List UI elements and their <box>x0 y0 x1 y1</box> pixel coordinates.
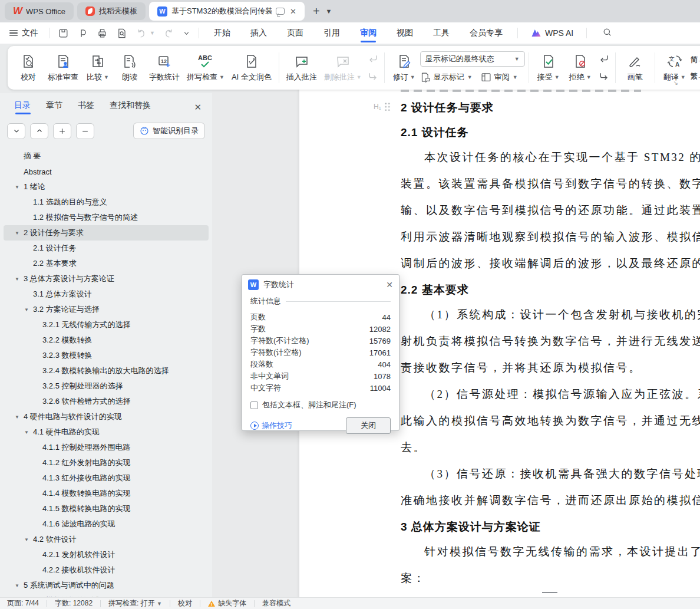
toc-item[interactable]: 3.1 总体方案设计 <box>4 287 209 302</box>
sidebar-tab[interactable]: 书签 <box>78 100 94 114</box>
search-button[interactable] <box>592 27 623 39</box>
insert-comment-button[interactable]: 插入批注 <box>283 49 321 87</box>
zoom-in-button[interactable] <box>53 123 71 139</box>
toc-item[interactable]: 4.1.2 红外发射电路的实现 <box>4 455 209 470</box>
delete-comment-button[interactable]: 删除批注▼ <box>321 49 365 87</box>
toc-item[interactable]: 4.2.1 发射机软件设计 <box>4 547 209 562</box>
wps-ai-button[interactable]: WPS AI <box>523 28 582 38</box>
read-aloud-button[interactable]: 朗读 <box>114 49 146 87</box>
accept-change-button[interactable]: 接受▼ <box>533 49 564 87</box>
toc-item[interactable]: 5.1 模数转换的调试 <box>4 593 209 597</box>
simplified-to-traditional-button[interactable]: 简→ 转繁 <box>691 54 700 65</box>
markup-state-dropdown[interactable]: 显示标记的最终状态 ▼ <box>420 51 525 67</box>
toc-item[interactable]: 摘 要 <box>4 149 209 164</box>
toc-item[interactable]: ▼3 总体方案设计与方案论证 <box>4 271 209 287</box>
toc-item[interactable]: 4.2.2 接收机软件设计 <box>4 562 209 578</box>
spell-check-indicator[interactable]: 拼写检查: 打开 ▼ <box>108 598 162 608</box>
tab-current-document[interactable]: W 基于STM32的数模混合同传装 ✕ <box>149 2 305 21</box>
close-tab-icon[interactable]: ✕ <box>290 7 296 16</box>
heading-drag-handle[interactable]: H₁ <box>374 102 391 111</box>
collapse-arrow-icon[interactable]: ▼ <box>24 307 29 312</box>
toc-item[interactable]: 1.1 选题的目的与意义 <box>4 195 209 210</box>
file-menu[interactable]: 文件 <box>0 28 44 38</box>
print-preview-icon[interactable] <box>116 28 127 39</box>
page-indicator[interactable]: 页面: 7/44 <box>7 598 39 608</box>
toc-item[interactable]: 1.2 模拟信号与数字信号的简述 <box>4 210 209 225</box>
missing-font-warning[interactable]: 缺失字体 <box>208 598 246 608</box>
toc-item[interactable]: Abstract <box>4 164 209 179</box>
ink-pen-button[interactable]: 画笔 <box>619 49 651 87</box>
dialog-title-bar[interactable]: W 字数统计 ✕ <box>242 275 399 295</box>
toc-item[interactable]: ▼4.2 软件设计 <box>4 532 209 547</box>
next-change-icon[interactable] <box>596 70 612 83</box>
toc-item[interactable]: ▼3.2 方案论证与选择 <box>4 302 209 317</box>
toc-item[interactable]: ▼4.1 硬件电路的实现 <box>4 424 209 440</box>
tab-list-chevron-icon[interactable]: ▼ <box>326 8 332 15</box>
collapse-arrow-icon[interactable]: ▼ <box>15 276 19 282</box>
toc-item[interactable]: 4.1.6 滤波电路的实现 <box>4 516 209 532</box>
toc-item[interactable]: 3.2.6 软件检错方式的选择 <box>4 394 209 409</box>
toc-item[interactable]: 3.2.5 控制处理器的选择 <box>4 378 209 394</box>
previous-comment-icon[interactable] <box>365 52 381 65</box>
reject-change-button[interactable]: 拒绝▼ <box>564 49 596 87</box>
toc-item[interactable]: 2.1 设计任务 <box>4 241 209 256</box>
collapse-arrow-icon[interactable]: ▼ <box>15 185 19 190</box>
export-pdf-icon[interactable] <box>77 28 88 39</box>
tab-wps-home[interactable]: W WPS Office <box>5 2 74 20</box>
word-count-button[interactable]: 12 字数统计 <box>146 49 183 87</box>
word-count-indicator[interactable]: 字数: 12082 <box>55 598 93 608</box>
previous-change-icon[interactable] <box>596 52 612 65</box>
menu-item[interactable]: 插入 <box>240 22 277 44</box>
next-comment-icon[interactable] <box>365 70 381 83</box>
dialog-close-icon[interactable]: ✕ <box>386 280 393 289</box>
sidebar-tab[interactable]: 查找和替换 <box>110 100 151 114</box>
group-expander-icon[interactable]: ↘ <box>673 80 678 86</box>
toc-item[interactable]: ▼1 绪论 <box>4 179 209 195</box>
menu-item[interactable]: 开始 <box>204 22 240 44</box>
collapse-arrow-icon[interactable]: ▼ <box>15 231 19 236</box>
compare-button[interactable]: 比较▼ <box>82 49 114 87</box>
toc-item[interactable]: 3.2.4 数模转换输出的放大电路的选择 <box>4 363 209 378</box>
menu-item[interactable]: 审阅 <box>350 22 387 44</box>
toc-item[interactable]: ▼2 设计任务与要求 <box>4 225 209 241</box>
collapse-arrow-icon[interactable]: ▼ <box>24 430 29 435</box>
toc-item[interactable]: 4.1.3 红外接收电路的实现 <box>4 470 209 486</box>
menu-item[interactable]: 会员专享 <box>460 22 513 44</box>
collapse-arrow-icon[interactable]: ▼ <box>15 583 19 588</box>
print-icon[interactable] <box>97 28 108 39</box>
tab-docer-templates[interactable]: 找稻壳模板 <box>77 2 146 20</box>
sidebar-close-icon[interactable]: ✕ <box>194 102 202 113</box>
zoom-out-button[interactable] <box>76 123 94 139</box>
toc-item[interactable]: 4.1.1 控制处理器外围电路 <box>4 440 209 455</box>
tips-link[interactable]: 操作技巧 <box>250 420 292 431</box>
proofread-button[interactable]: 校对 <box>12 49 44 87</box>
proofread-indicator[interactable]: 校对 <box>178 598 192 608</box>
more-commands-chevron-icon[interactable] <box>183 29 190 37</box>
close-button[interactable]: 关闭 <box>346 417 391 434</box>
menu-item[interactable]: 引用 <box>313 22 350 44</box>
menu-item[interactable]: 工具 <box>423 22 460 44</box>
review-pane-button[interactable]: 审阅▼ <box>481 70 518 84</box>
collapse-arrow-icon[interactable]: ▼ <box>24 537 29 542</box>
toc-item[interactable]: ▼5 系统调试与调试中的问题 <box>4 578 209 593</box>
traditional-to-simplified-button[interactable]: 繁→ 转简 <box>691 71 700 81</box>
show-markup-button[interactable]: 显示标记▼ <box>420 70 473 84</box>
new-tab-button[interactable]: + <box>313 5 320 17</box>
toc-item[interactable]: ▼4 硬件电路与软件设计的实现 <box>4 409 209 424</box>
standard-review-button[interactable]: 标准审查 <box>44 49 82 87</box>
include-textbox-checkbox[interactable] <box>250 401 258 409</box>
menu-item[interactable]: 视图 <box>387 22 423 44</box>
sidebar-tab[interactable]: 目录 <box>14 100 31 114</box>
collapse-all-button[interactable] <box>30 123 48 139</box>
spell-check-button[interactable]: ABC 拼写检查▼ <box>183 49 228 87</box>
expand-all-button[interactable] <box>7 123 25 139</box>
menu-item[interactable]: 页面 <box>277 22 313 44</box>
track-changes-button[interactable]: 修订▼ <box>388 49 420 87</box>
smart-toc-button[interactable]: 智能识别目录 <box>133 123 205 139</box>
toc-item[interactable]: 4.1.4 模数转换电路的实现 <box>4 486 209 501</box>
save-icon[interactable] <box>58 28 69 39</box>
ai-polish-button[interactable]: AI 全文润色 <box>228 49 275 87</box>
toc-item[interactable]: 2.2 基本要求 <box>4 256 209 271</box>
sidebar-tab[interactable]: 章节 <box>46 100 62 114</box>
toc-item[interactable]: 3.2.2 模数转换 <box>4 333 209 348</box>
